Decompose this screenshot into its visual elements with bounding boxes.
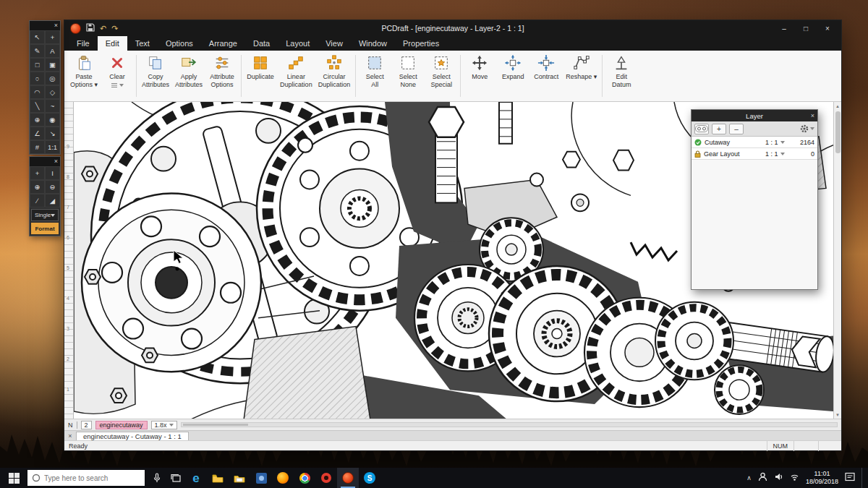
ribbon-contract-button[interactable]: Contract	[529, 52, 563, 100]
ribbon-circular-duplication-button[interactable]: Circular Duplication	[315, 52, 354, 100]
action-center-button[interactable]	[845, 471, 855, 484]
scroll-down-icon[interactable]: ▼	[835, 411, 840, 419]
rectangle-tool[interactable]: □	[30, 58, 45, 72]
taskbar-clock[interactable]: 11:01 18/09/2018	[806, 470, 838, 486]
ribbon-edit-datum-button[interactable]: Edit Datum	[605, 52, 638, 100]
rounded-rect-tool[interactable]: ▣	[45, 58, 60, 72]
taskbar-app-photos[interactable]	[250, 468, 272, 488]
arc-tool[interactable]: ◠	[30, 85, 45, 99]
layer-row-gear-layout[interactable]: Gear Layout 1 : 1 0	[692, 148, 817, 160]
add-layer-button[interactable]: +	[712, 124, 726, 134]
taskbar-app-skype[interactable]: S	[359, 468, 380, 488]
close-icon[interactable]: ×	[54, 22, 58, 29]
ribbon-apply-attributes-button[interactable]: Apply Attributes	[172, 52, 205, 100]
ribbon-expand-button[interactable]: Expand	[496, 52, 529, 100]
close-button[interactable]: ×	[817, 21, 838, 36]
zoom-out-tool[interactable]: ⊖	[45, 180, 60, 194]
start-button[interactable]	[0, 468, 27, 488]
layer-scale-select[interactable]: 1 : 1	[765, 139, 791, 146]
menu-edit[interactable]: Edit	[98, 36, 127, 51]
ribbon-attribute-options-button[interactable]: Attribute Options	[205, 52, 239, 100]
ribbon-select-all-button[interactable]: Select All	[358, 52, 391, 100]
undo-icon[interactable]: ↶	[100, 25, 106, 33]
tray-expand-icon[interactable]: ∧	[746, 474, 752, 481]
scrollbar-thumb[interactable]	[835, 111, 841, 153]
menu-layout[interactable]: Layout	[278, 36, 318, 51]
volume-icon[interactable]	[774, 471, 783, 484]
horizontal-scrollbar[interactable]	[181, 422, 838, 427]
center-point-tool[interactable]: ⊕	[30, 113, 45, 127]
hatch-tool[interactable]: #	[30, 140, 45, 154]
taskbar-app-firefox[interactable]	[272, 468, 294, 488]
vertical-scrollbar[interactable]: ▲ ▼	[833, 102, 841, 419]
layer-panel-titlebar[interactable]: Layer ×	[692, 110, 817, 121]
slant-tool[interactable]: ∕	[30, 194, 45, 207]
page-number[interactable]: 2	[81, 421, 92, 429]
palette-titlebar[interactable]: ×	[30, 21, 60, 30]
taskbar-app-edge[interactable]: e	[185, 468, 207, 488]
target-tool[interactable]: ◉	[45, 113, 60, 127]
move-tool[interactable]: +	[45, 30, 60, 44]
ellipse-tool[interactable]: ◎	[45, 72, 60, 85]
layer-row-cutaway[interactable]: Cutaway 1 : 1 2164	[692, 137, 817, 148]
document-tab[interactable]: enginecutaway - Cutaway - 1 : 1	[76, 432, 189, 441]
fillet-tool[interactable]: ◢	[45, 194, 60, 207]
menu-window[interactable]: Window	[351, 36, 395, 51]
ribbon-paste-options-button[interactable]: Paste Options ▾	[67, 52, 101, 100]
search-input[interactable]	[44, 474, 129, 482]
polygon-tool[interactable]: ◇	[45, 85, 60, 99]
save-icon[interactable]	[86, 22, 95, 35]
close-icon[interactable]: ×	[54, 158, 58, 165]
remove-layer-button[interactable]: –	[729, 124, 744, 134]
taskbar-app-opera[interactable]	[315, 468, 337, 488]
crosshair-tool[interactable]: +	[30, 166, 45, 180]
layer-visible-icon[interactable]	[694, 139, 702, 146]
close-icon[interactable]: ×	[811, 112, 814, 119]
titlebar[interactable]: ↶ ↷ PCDraft - [enginecutaway - Layer-2 -…	[64, 20, 841, 36]
leader-tool[interactable]: ↘	[45, 127, 60, 140]
network-wifi-icon[interactable]	[790, 471, 799, 484]
ribbon-clear-button[interactable]: Clear	[101, 52, 134, 100]
scale-tool[interactable]: 1:1	[45, 140, 60, 154]
clear-options-button[interactable]	[111, 82, 124, 88]
scroll-up-icon[interactable]: ▲	[835, 102, 840, 110]
selection-tool[interactable]: ↖	[30, 30, 45, 44]
taskbar-search[interactable]	[27, 470, 145, 486]
layer-link-button[interactable]	[694, 124, 709, 134]
ribbon-copy-attributes-button[interactable]: Copy Attributes	[139, 52, 172, 100]
ribbon-linear-duplication-button[interactable]: Linear Duplication	[277, 52, 315, 100]
zoom-in-tool[interactable]: ⊕	[30, 180, 45, 194]
angle-dimension-tool[interactable]: ∠	[30, 127, 45, 140]
cortana-mic-button[interactable]	[148, 468, 166, 488]
ribbon-select-none-button[interactable]: Select None	[391, 52, 425, 100]
taskbar-app-chrome[interactable]	[294, 468, 315, 488]
sheet-name-field[interactable]: enginecutaway	[95, 421, 148, 429]
scrollbar-thumb[interactable]	[183, 424, 248, 426]
menu-data[interactable]: Data	[245, 36, 278, 51]
pen-tool[interactable]: ✎	[30, 44, 45, 58]
redo-icon[interactable]: ↷	[111, 25, 118, 33]
menu-options[interactable]: Options	[158, 36, 201, 51]
menu-file[interactable]: File	[69, 36, 98, 51]
zoom-level-select[interactable]: 1.8x	[151, 421, 177, 429]
layer-options-button[interactable]	[800, 124, 814, 133]
ribbon-duplicate-button[interactable]: Duplicate	[244, 52, 277, 100]
show-desktop-button[interactable]	[861, 468, 865, 488]
menu-arrange[interactable]: Arrange	[201, 36, 245, 51]
line-tool[interactable]: ╲	[30, 99, 45, 113]
ribbon-select-special-button[interactable]: Select Special	[425, 52, 458, 100]
taskbar-app-folder[interactable]	[229, 468, 250, 488]
dimension-tool[interactable]: I	[45, 166, 60, 180]
lock-icon[interactable]	[694, 150, 701, 158]
task-view-button[interactable]	[166, 468, 185, 488]
user-account-icon[interactable]	[758, 471, 767, 484]
ribbon-move-button[interactable]: Move	[463, 52, 496, 100]
minimize-button[interactable]: –	[773, 21, 795, 36]
ribbon-reshape-button[interactable]: Reshape ▾	[563, 52, 600, 100]
taskbar-app-pcdraft[interactable]	[337, 468, 359, 488]
circle-tool[interactable]: ○	[30, 72, 45, 85]
close-tab-icon[interactable]: ×	[64, 432, 76, 440]
palette-titlebar[interactable]: ×	[30, 157, 60, 166]
menu-view[interactable]: View	[318, 36, 351, 51]
taskbar-app-file-explorer[interactable]	[207, 468, 229, 488]
